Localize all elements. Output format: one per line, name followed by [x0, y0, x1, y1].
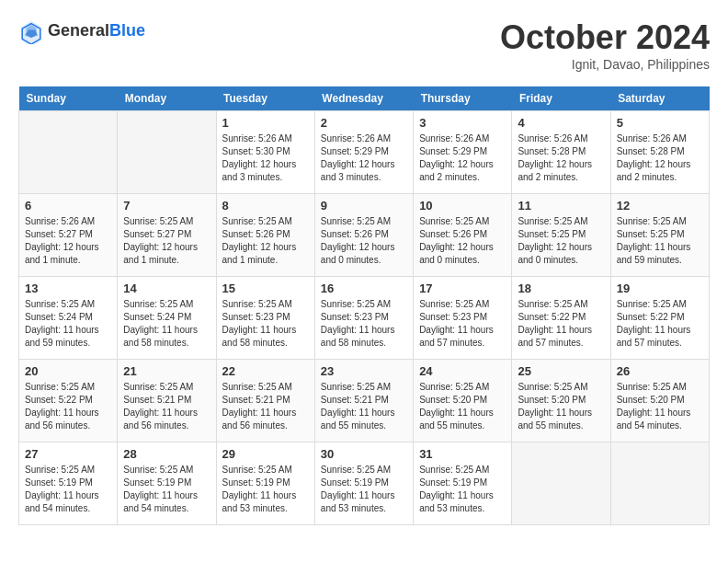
calendar-cell	[610, 442, 709, 525]
calendar-cell: 12Sunrise: 5:25 AMSunset: 5:25 PMDayligh…	[610, 194, 709, 277]
cell-info: Sunrise: 5:25 AMSunset: 5:26 PMDaylight:…	[321, 215, 407, 267]
day-number: 10	[419, 199, 506, 213]
location-subtitle: Ignit, Davao, Philippines	[500, 57, 710, 72]
col-tuesday: Tuesday	[216, 86, 314, 111]
day-number: 4	[518, 116, 604, 130]
day-number: 14	[123, 282, 210, 295]
calendar-cell	[512, 442, 610, 525]
cell-info: Sunrise: 5:26 AMSunset: 5:28 PMDaylight:…	[617, 132, 703, 184]
calendar-header-row: Sunday Monday Tuesday Wednesday Thursday…	[19, 86, 710, 111]
calendar-cell	[19, 111, 118, 194]
cell-info: Sunrise: 5:26 AMSunset: 5:30 PMDaylight:…	[222, 132, 309, 184]
day-number: 9	[321, 199, 407, 213]
calendar-cell: 14Sunrise: 5:25 AMSunset: 5:24 PMDayligh…	[118, 277, 216, 360]
logo-icon	[18, 18, 44, 44]
logo-text-general: General	[48, 21, 109, 40]
calendar-cell: 13Sunrise: 5:25 AMSunset: 5:24 PMDayligh…	[19, 277, 118, 360]
col-wednesday: Wednesday	[314, 86, 413, 111]
col-friday: Friday	[512, 86, 610, 111]
day-number: 15	[222, 282, 309, 295]
calendar-cell: 31Sunrise: 5:25 AMSunset: 5:19 PMDayligh…	[414, 442, 512, 525]
calendar-cell: 21Sunrise: 5:25 AMSunset: 5:21 PMDayligh…	[118, 360, 216, 442]
calendar-cell: 4Sunrise: 5:26 AMSunset: 5:28 PMDaylight…	[512, 111, 610, 194]
calendar-week-row: 1Sunrise: 5:26 AMSunset: 5:30 PMDaylight…	[19, 111, 710, 194]
col-thursday: Thursday	[414, 86, 512, 111]
calendar-cell: 19Sunrise: 5:25 AMSunset: 5:22 PMDayligh…	[610, 277, 709, 360]
cell-info: Sunrise: 5:25 AMSunset: 5:19 PMDaylight:…	[25, 464, 111, 515]
cell-info: Sunrise: 5:26 AMSunset: 5:29 PMDaylight:…	[419, 132, 506, 184]
cell-info: Sunrise: 5:25 AMSunset: 5:20 PMDaylight:…	[518, 381, 604, 432]
month-title: October 2024	[500, 18, 710, 57]
day-number: 20	[25, 364, 111, 378]
calendar-cell: 11Sunrise: 5:25 AMSunset: 5:25 PMDayligh…	[512, 194, 610, 277]
day-number: 23	[321, 364, 407, 378]
calendar-cell: 10Sunrise: 5:25 AMSunset: 5:26 PMDayligh…	[414, 194, 512, 277]
cell-info: Sunrise: 5:25 AMSunset: 5:26 PMDaylight:…	[419, 215, 506, 267]
day-number: 24	[419, 364, 506, 378]
calendar-cell: 7Sunrise: 5:25 AMSunset: 5:27 PMDaylight…	[118, 194, 216, 277]
cell-info: Sunrise: 5:25 AMSunset: 5:22 PMDaylight:…	[518, 298, 604, 350]
page-header: GeneralBlue October 2024 Ignit, Davao, P…	[18, 18, 710, 72]
cell-info: Sunrise: 5:25 AMSunset: 5:19 PMDaylight:…	[321, 464, 407, 515]
day-number: 18	[518, 282, 604, 295]
col-saturday: Saturday	[610, 86, 709, 111]
cell-info: Sunrise: 5:25 AMSunset: 5:19 PMDaylight:…	[123, 464, 210, 515]
cell-info: Sunrise: 5:25 AMSunset: 5:22 PMDaylight:…	[25, 381, 111, 432]
calendar-cell: 27Sunrise: 5:25 AMSunset: 5:19 PMDayligh…	[19, 442, 118, 525]
calendar-cell: 8Sunrise: 5:25 AMSunset: 5:26 PMDaylight…	[216, 194, 314, 277]
day-number: 19	[617, 282, 703, 295]
calendar-cell: 29Sunrise: 5:25 AMSunset: 5:19 PMDayligh…	[216, 442, 314, 525]
calendar-cell: 28Sunrise: 5:25 AMSunset: 5:19 PMDayligh…	[118, 442, 216, 525]
cell-info: Sunrise: 5:25 AMSunset: 5:23 PMDaylight:…	[222, 298, 309, 350]
day-number: 12	[617, 199, 703, 213]
cell-info: Sunrise: 5:25 AMSunset: 5:21 PMDaylight:…	[123, 381, 210, 432]
cell-info: Sunrise: 5:25 AMSunset: 5:23 PMDaylight:…	[321, 298, 407, 350]
calendar-cell	[118, 111, 216, 194]
calendar-cell: 24Sunrise: 5:25 AMSunset: 5:20 PMDayligh…	[414, 360, 512, 442]
day-number: 11	[518, 199, 604, 213]
calendar-cell: 18Sunrise: 5:25 AMSunset: 5:22 PMDayligh…	[512, 277, 610, 360]
calendar-cell: 22Sunrise: 5:25 AMSunset: 5:21 PMDayligh…	[216, 360, 314, 442]
calendar-cell: 15Sunrise: 5:25 AMSunset: 5:23 PMDayligh…	[216, 277, 314, 360]
cell-info: Sunrise: 5:25 AMSunset: 5:21 PMDaylight:…	[222, 381, 309, 432]
cell-info: Sunrise: 5:26 AMSunset: 5:29 PMDaylight:…	[321, 132, 407, 184]
day-number: 31	[419, 447, 506, 461]
cell-info: Sunrise: 5:25 AMSunset: 5:19 PMDaylight:…	[419, 464, 506, 515]
day-number: 5	[617, 116, 703, 130]
day-number: 2	[321, 116, 407, 130]
calendar-table: Sunday Monday Tuesday Wednesday Thursday…	[18, 86, 710, 525]
day-number: 30	[321, 447, 407, 461]
calendar-week-row: 20Sunrise: 5:25 AMSunset: 5:22 PMDayligh…	[19, 360, 710, 442]
day-number: 3	[419, 116, 506, 130]
col-monday: Monday	[118, 86, 216, 111]
cell-info: Sunrise: 5:25 AMSunset: 5:27 PMDaylight:…	[123, 215, 210, 267]
calendar-cell: 5Sunrise: 5:26 AMSunset: 5:28 PMDaylight…	[610, 111, 709, 194]
cell-info: Sunrise: 5:26 AMSunset: 5:28 PMDaylight:…	[518, 132, 604, 184]
cell-info: Sunrise: 5:25 AMSunset: 5:24 PMDaylight:…	[25, 298, 111, 350]
calendar-cell: 1Sunrise: 5:26 AMSunset: 5:30 PMDaylight…	[216, 111, 314, 194]
day-number: 16	[321, 282, 407, 295]
day-number: 13	[25, 282, 111, 295]
day-number: 22	[222, 364, 309, 378]
cell-info: Sunrise: 5:25 AMSunset: 5:19 PMDaylight:…	[222, 464, 309, 515]
cell-info: Sunrise: 5:25 AMSunset: 5:25 PMDaylight:…	[518, 215, 604, 267]
day-number: 28	[123, 447, 210, 461]
day-number: 6	[25, 199, 111, 213]
calendar-week-row: 27Sunrise: 5:25 AMSunset: 5:19 PMDayligh…	[19, 442, 710, 525]
calendar-cell: 2Sunrise: 5:26 AMSunset: 5:29 PMDaylight…	[314, 111, 413, 194]
calendar-week-row: 13Sunrise: 5:25 AMSunset: 5:24 PMDayligh…	[19, 277, 710, 360]
cell-info: Sunrise: 5:25 AMSunset: 5:25 PMDaylight:…	[617, 215, 703, 267]
calendar-cell: 25Sunrise: 5:25 AMSunset: 5:20 PMDayligh…	[512, 360, 610, 442]
cell-info: Sunrise: 5:25 AMSunset: 5:24 PMDaylight:…	[123, 298, 210, 350]
calendar-cell: 30Sunrise: 5:25 AMSunset: 5:19 PMDayligh…	[314, 442, 413, 525]
calendar-cell: 17Sunrise: 5:25 AMSunset: 5:23 PMDayligh…	[414, 277, 512, 360]
col-sunday: Sunday	[19, 86, 118, 111]
cell-info: Sunrise: 5:25 AMSunset: 5:22 PMDaylight:…	[617, 298, 703, 350]
calendar-cell: 16Sunrise: 5:25 AMSunset: 5:23 PMDayligh…	[314, 277, 413, 360]
day-number: 29	[222, 447, 309, 461]
day-number: 8	[222, 199, 309, 213]
logo-text-blue: Blue	[109, 21, 145, 40]
title-section: October 2024 Ignit, Davao, Philippines	[500, 18, 710, 72]
calendar-cell: 6Sunrise: 5:26 AMSunset: 5:27 PMDaylight…	[19, 194, 118, 277]
logo: GeneralBlue	[18, 18, 145, 44]
